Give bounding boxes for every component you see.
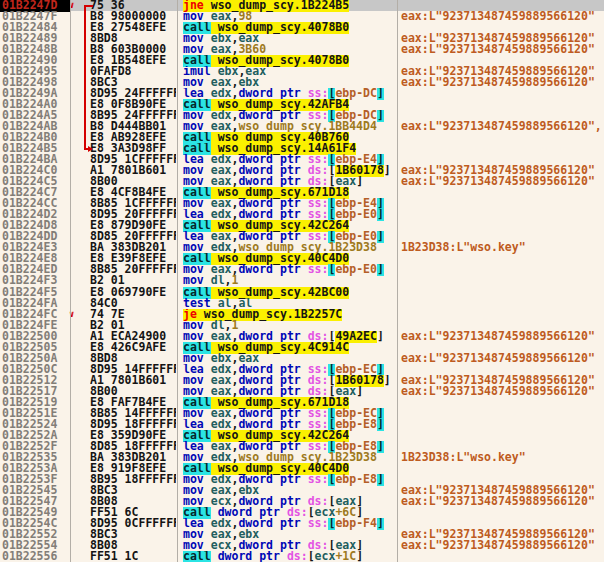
- disasm-row[interactable]: 01B224A58B95 24FFFFFFmov edx,dword ptr s…: [0, 110, 604, 121]
- disasm-row[interactable]: 01B224CC8B85 1CFFFFFFmov eax,dword ptr s…: [0, 198, 604, 209]
- disasm-row[interactable]: 01B225458BC3mov eax,ebxeax:L"92371348745…: [0, 485, 604, 496]
- disasm-row[interactable]: 01B2250C8D95 14FFFFFFlea edx,dword ptr s…: [0, 364, 604, 375]
- disasm-row[interactable]: 01B224A0E8 0F8B90FEcall wso_dump_scy.42A…: [0, 99, 604, 110]
- column-separator-address[interactable]: [70, 0, 71, 562]
- disasm-row[interactable]: 01B2253AE8 919F8EFEcall wso_dump_scy.40C…: [0, 463, 604, 474]
- instruction-token-cal: call: [183, 551, 211, 562]
- disasm-row[interactable]: 01B2247FB8 98000000mov eax,98eax:L"92371…: [0, 11, 604, 22]
- disasm-row[interactable]: 01B22484E8 27548EFEcall wso_dump_scy.407…: [0, 22, 604, 33]
- disasm-row[interactable]: 01B224FA84C0test al,al: [0, 298, 604, 309]
- disasm-row[interactable]: 01B224898BD8mov ebx,eaxeax:L"92371348745…: [0, 33, 604, 44]
- disasm-row[interactable]: 01B225178B00mov eax,dword ptr ds:[eax]ea…: [0, 386, 604, 397]
- disasm-row[interactable]: 01B2252F8D85 18FFFFFFlea eax,dword ptr s…: [0, 441, 604, 452]
- disasm-row[interactable]: 01B224FC74 7Eje wso_dump_scy.1B2257C: [0, 309, 604, 320]
- disasm-row[interactable]: 01B224F3B2 01mov dl,1: [0, 275, 604, 286]
- disasm-row[interactable]: 01B224950FAFD8imul ebx,eaxeax:L"92371348…: [0, 66, 604, 77]
- disasm-row[interactable]: 01B224ED8B85 20FFFFFFmov eax,dword ptr s…: [0, 264, 604, 275]
- instruction-token-reg: ecx: [315, 551, 336, 562]
- disasm-row[interactable]: 01B2252AE8 359D90FEcall wso_dump_scy.42C…: [0, 430, 604, 441]
- instruction-token-val: +1C: [335, 551, 356, 562]
- disasm-row[interactable]: 01B224E8E8 E39F8EFEcall wso_dump_scy.40C…: [0, 253, 604, 264]
- disasm-row[interactable]: 01B224ABB8 D444BB01mov eax,wso_dump_scy.…: [0, 121, 604, 132]
- disasm-row[interactable]: 01B224C0A1 7801B601mov eax,dword ptr ds:…: [0, 165, 604, 176]
- instruction-token-pl: [211, 551, 218, 562]
- disassembly-view: 01B2247D75 36jne wso_dump_scy.1B224B501B…: [0, 0, 604, 562]
- disasm-row[interactable]: 01B224E3BA 383DB201mov edx,wso_dump_scy.…: [0, 242, 604, 253]
- disasm-row[interactable]: 01B224988BC3mov eax,ebxeax:L"92371348745…: [0, 77, 604, 88]
- disasm-row[interactable]: 01B224C7E8 4CF8B4FEcall wso_dump_scy.671…: [0, 187, 604, 198]
- disasm-row[interactable]: 01B2248BB8 603B0000mov eax,3B60eax:L"923…: [0, 44, 604, 55]
- instruction-token-seg: ds:: [287, 551, 308, 562]
- disasm-row[interactable]: 01B2254C8D95 0CFFFFFFlea edx,dword ptr s…: [0, 518, 604, 529]
- disasm-row[interactable]: 01B2250A8BD8mov ebx,eaxeax:L"92371348745…: [0, 353, 604, 364]
- disasm-row[interactable]: 01B224DD8D85 20FFFFFFlea eax,dword ptr s…: [0, 231, 604, 242]
- instruction-token-mn: dword ptr: [218, 551, 287, 562]
- disasm-row[interactable]: 01B224D8E8 879D90FEcall wso_dump_scy.42C…: [0, 220, 604, 231]
- disasm-row[interactable]: 01B225478B08mov ecx,dword ptr ds:[eax]ea…: [0, 496, 604, 507]
- jump-line-origin: [84, 5, 93, 7]
- disasm-row[interactable]: 01B224D28D95 20FFFFFFlea edx,dword ptr s…: [0, 209, 604, 220]
- disasm-row[interactable]: 01B2251E8B85 14FFFFFFmov eax,dword ptr s…: [0, 408, 604, 419]
- disasm-row[interactable]: 01B22512A1 7801B601mov eax,dword ptr ds:…: [0, 375, 604, 386]
- bytes-cell[interactable]: FF51 1C: [90, 551, 176, 562]
- instruction-token-pl: [: [308, 551, 315, 562]
- disasm-row[interactable]: 01B224F5E8 069790FEcall wso_dump_scy.42B…: [0, 287, 604, 298]
- disasm-row[interactable]: 01B2249A8D95 24FFFFFFlea edx,dword ptr s…: [0, 88, 604, 99]
- disasm-row[interactable]: 01B22556FF51 1Ccall dword ptr ds:[ecx+1C…: [0, 551, 604, 562]
- disasm-row[interactable]: 01B22505E8 426C9AFEcall wso_dump_scy.4C9…: [0, 342, 604, 353]
- disasm-row[interactable]: 01B22519E8 FAF7B4FEcall wso_dump_scy.671…: [0, 397, 604, 408]
- disasm-row[interactable]: 01B22500A1 ECA24900mov eax,dword ptr ds:…: [0, 331, 604, 342]
- disasm-row[interactable]: 01B225248D95 18FFFFFFlea edx,dword ptr s…: [0, 419, 604, 430]
- disasm-row[interactable]: 01B225548B08mov ecx,dword ptr ds:[eax]ea…: [0, 540, 604, 551]
- disasm-row[interactable]: 01B225528BC3mov eax,ebxeax:L"92371348745…: [0, 529, 604, 540]
- column-separator-disassembly[interactable]: [397, 0, 398, 562]
- disasm-row[interactable]: 01B22490E8 1B548EFEcall wso_dump_scy.407…: [0, 55, 604, 66]
- disasm-row[interactable]: 01B224FEB2 01mov dl,1: [0, 320, 604, 331]
- jump-arrowhead-icon: [88, 146, 93, 152]
- disasm-row[interactable]: 01B2253F8B95 18FFFFFFmov edx,dword ptr s…: [0, 474, 604, 485]
- disasm-row[interactable]: 01B224BA8D95 1CFFFFFFlea edx,dword ptr s…: [0, 154, 604, 165]
- instruction-token-pl: ]: [356, 551, 363, 562]
- address-cell[interactable]: 01B22556: [0, 551, 70, 562]
- column-separator-bytes[interactable]: [177, 0, 178, 562]
- instruction-cell[interactable]: call dword ptr ds:[ecx+1C]: [183, 551, 396, 562]
- disasm-row[interactable]: 01B224B0E8 AB928EFEcall wso_dump_scy.40B…: [0, 132, 604, 143]
- disasm-row[interactable]: 01B22535BA 383DB201mov edx,wso_dump_scy.…: [0, 452, 604, 463]
- disasm-row[interactable]: 01B224C58B00mov eax,dword ptr ds:[eax]ea…: [0, 176, 604, 187]
- jump-line-vertical: [84, 5, 86, 150]
- disasm-row[interactable]: 01B22549FF51 6Ccall dword ptr ds:[ecx+6C…: [0, 507, 604, 518]
